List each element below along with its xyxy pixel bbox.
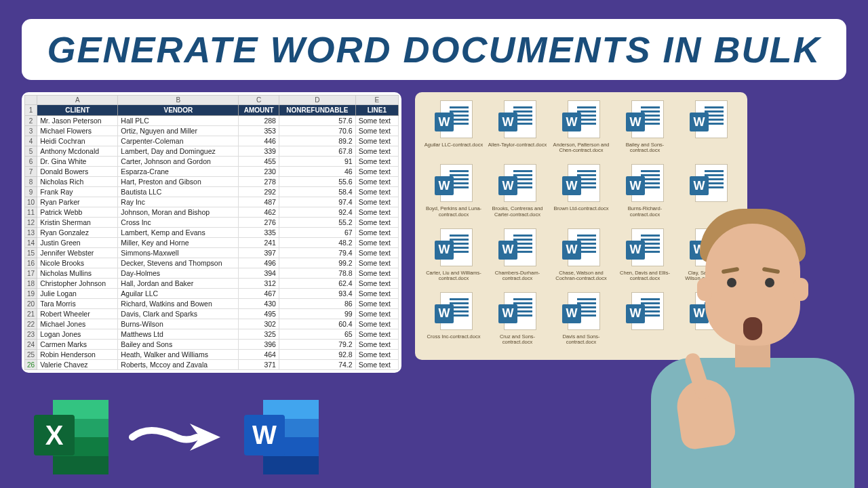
page-title: GENERATE WORD DOCUMENTS IN BULK (38, 28, 830, 70)
file-item: W (678, 100, 739, 160)
cell-amount: 397 (239, 248, 279, 258)
row-number: 21 (25, 309, 37, 319)
column-letter: A (37, 96, 118, 105)
cell-vendor: Matthews Ltd (118, 329, 239, 340)
file-item: WDavis and Sons-contract.docx (551, 292, 612, 352)
cell-client: Dr. Gina White (37, 157, 118, 167)
file-name: Cross Inc-contract.docx (427, 334, 481, 340)
cell-client: Nicholas Mullins (37, 268, 118, 279)
cell-vendor: Ortiz, Nguyen and Miller (118, 126, 239, 136)
file-item: WAnderson, Patterson and Chen-contract.d… (551, 100, 612, 160)
file-name: Davis and Sons-contract.docx (551, 334, 611, 346)
cell-vendor: Ray Inc (118, 197, 239, 207)
column-letter: E (355, 96, 398, 105)
row-number: 18 (25, 279, 37, 289)
cell-line1: Some text (355, 309, 398, 319)
table-row: 19Julie LoganAguilar LLC46793.4Some text (25, 289, 399, 299)
cell-vendor: Carter, Johnson and Gordon (118, 157, 239, 167)
word-file-icon: W (626, 100, 664, 140)
cell-nonrefundable: 46 (279, 167, 355, 177)
cell-nonrefundable: 60.4 (279, 319, 355, 329)
cell-line1: Some text (355, 126, 398, 136)
row-number: 20 (25, 299, 37, 309)
cell-amount: 430 (239, 299, 279, 309)
cell-client: Kristin Sherman (37, 218, 118, 228)
column-header: LINE1 (355, 105, 398, 116)
table-row: 21Robert WheelerDavis, Clark and Sparks4… (25, 309, 399, 319)
cell-amount: 446 (239, 136, 279, 146)
cell-amount: 371 (239, 360, 279, 370)
cell-line1: Some text (355, 177, 398, 187)
row-number: 14 (25, 238, 37, 248)
cell-client: Donald Bowers (37, 167, 118, 177)
cell-line1: Some text (355, 218, 398, 228)
row-number: 7 (25, 167, 37, 177)
file-item: WChase, Watson and Cochran-contract.docx (551, 228, 612, 288)
spreadsheet-panel: ABCDE 1 CLIENTVENDORAMOUNTNONREFUNDABLEL… (22, 92, 401, 373)
cell-vendor: Lambert, Kemp and Evans (118, 228, 239, 238)
row-number: 23 (25, 329, 37, 340)
cell-nonrefundable: 74.2 (279, 360, 355, 370)
table-row: 24Carmen MarksBailey and Sons39679.2Some… (25, 340, 399, 350)
cell-line1: Some text (355, 319, 398, 329)
cell-amount: 325 (239, 329, 279, 340)
spreadsheet-table: ABCDE 1 CLIENTVENDORAMOUNTNONREFUNDABLEL… (24, 95, 399, 370)
word-file-icon: W (690, 100, 728, 140)
row-number: 4 (25, 136, 37, 146)
row-number: 15 (25, 248, 37, 258)
cell-amount: 487 (239, 197, 279, 207)
cell-client: Anthony Mcdonald (37, 146, 118, 157)
cell-client: Nicole Brooks (37, 258, 118, 268)
cell-line1: Some text (355, 248, 398, 258)
table-row: 3Michael FlowersOrtiz, Nguyen and Miller… (25, 126, 399, 136)
cell-amount: 353 (239, 126, 279, 136)
cell-amount: 230 (239, 167, 279, 177)
cell-nonrefundable: 62.4 (279, 279, 355, 289)
cell-nonrefundable: 67.8 (279, 146, 355, 157)
row-number: 26 (25, 360, 37, 370)
table-row: 15Jennifer WebsterSimmons-Maxwell39779.4… (25, 248, 399, 258)
cell-vendor: Heath, Walker and Williams (118, 350, 239, 360)
cell-vendor: Bailey and Sons (118, 340, 239, 350)
file-item: WBrown Ltd-contract.docx (551, 164, 612, 224)
row-number: 3 (25, 126, 37, 136)
table-row: 10Ryan ParkerRay Inc48797.4Some text (25, 197, 399, 207)
cell-nonrefundable: 55.6 (279, 177, 355, 187)
row-number: 6 (25, 157, 37, 167)
cell-line1: Some text (355, 279, 398, 289)
cell-nonrefundable: 67 (279, 228, 355, 238)
cell-nonrefundable: 57.6 (279, 116, 355, 126)
cell-vendor: Johnson, Moran and Bishop (118, 207, 239, 218)
cell-client: Michael Flowers (37, 126, 118, 136)
cell-nonrefundable: 97.4 (279, 197, 355, 207)
file-name: Bailey and Sons-contract.docx (615, 142, 675, 154)
cell-line1: Some text (355, 329, 398, 340)
table-row: 7Donald BowersEsparza-Crane23046Some tex… (25, 167, 399, 177)
table-row: 6Dr. Gina WhiteCarter, Johnson and Gordo… (25, 157, 399, 167)
cell-line1: Some text (355, 146, 398, 157)
cell-client: Justin Green (37, 238, 118, 248)
word-file-icon: W (562, 292, 600, 331)
excel-icon: X (34, 400, 108, 474)
cell-vendor: Roberts, Mccoy and Zavala (118, 360, 239, 370)
cell-line1: Some text (355, 350, 398, 360)
cell-nonrefundable: 55.2 (279, 218, 355, 228)
row-number: 1 (25, 105, 37, 116)
file-item: WBailey and Sons-contract.docx (614, 100, 675, 160)
presenter-image (644, 203, 861, 488)
table-row: 4Heidi CochranCarpenter-Coleman44689.2So… (25, 136, 399, 146)
column-letter: B (118, 96, 239, 105)
cell-amount: 339 (239, 146, 279, 157)
file-name: Aguilar LLC-contract.docx (425, 142, 483, 148)
column-letter: D (279, 96, 355, 105)
cell-nonrefundable: 86 (279, 299, 355, 309)
word-file-icon: W (562, 228, 600, 268)
cell-amount: 278 (239, 177, 279, 187)
table-row: 14Justin GreenMiller, Key and Horne24148… (25, 238, 399, 248)
cell-vendor: Decker, Stevens and Thompson (118, 258, 239, 268)
cell-client: Heidi Cochran (37, 136, 118, 146)
cell-nonrefundable: 78.8 (279, 268, 355, 279)
cell-vendor: Aguilar LLC (118, 289, 239, 299)
excel-badge: X (34, 415, 75, 455)
table-row: 12Kristin ShermanCross Inc27655.2Some te… (25, 218, 399, 228)
